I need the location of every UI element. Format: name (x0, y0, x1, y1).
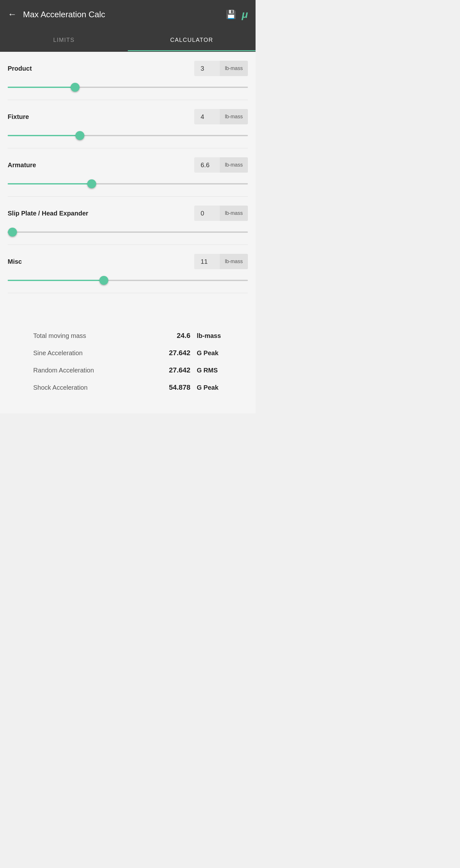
product-fill (8, 87, 75, 88)
armature-label: Armature (8, 161, 36, 169)
misc-section: Misc 11 lb-mass (8, 245, 248, 293)
product-label: Product (8, 65, 32, 72)
slip-plate-track (8, 231, 248, 233)
misc-fill (8, 280, 104, 281)
result-total-mass: Total moving mass 24.6 lb-mass (33, 332, 229, 340)
misc-unit: lb-mass (220, 254, 248, 269)
sine-unit: G Peak (197, 349, 229, 357)
sine-label: Sine Acceleration (33, 349, 159, 357)
back-button[interactable]: ← (8, 9, 17, 20)
armature-slider[interactable] (8, 179, 248, 189)
fixture-row: Fixture 4 lb-mass (8, 109, 248, 124)
result-sine: Sine Acceleration 27.642 G Peak (33, 349, 229, 357)
fixture-track (8, 135, 248, 136)
armature-row: Armature 6.6 lb-mass (8, 157, 248, 173)
armature-fill (8, 183, 92, 184)
fixture-slider[interactable] (8, 131, 248, 141)
armature-value[interactable]: 6.6 (194, 161, 220, 169)
armature-track (8, 183, 248, 184)
fixture-thumb[interactable] (75, 131, 84, 140)
header-right: 💾 μ (226, 9, 248, 21)
save-icon[interactable]: 💾 (226, 9, 236, 20)
slip-plate-unit: lb-mass (220, 206, 248, 221)
tab-bar: LIMITS CALCULATOR (0, 29, 256, 52)
total-mass-label: Total moving mass (33, 332, 159, 340)
misc-track (8, 280, 248, 281)
shock-value: 54.878 (159, 383, 190, 392)
tab-calculator[interactable]: CALCULATOR (128, 29, 256, 51)
slip-plate-label: Slip Plate / Head Expander (8, 210, 88, 217)
sine-value: 27.642 (159, 349, 190, 357)
main-content: Product 3 lb-mass Fixture 4 lb-mass (0, 52, 256, 413)
shock-label: Shock Acceleration (33, 384, 159, 391)
header-left: ← Max Acceleration Calc (8, 9, 105, 20)
armature-thumb[interactable] (87, 179, 96, 188)
fixture-value-box: 4 lb-mass (194, 109, 248, 124)
fixture-unit: lb-mass (220, 109, 248, 124)
misc-slider[interactable] (8, 276, 248, 285)
product-unit: lb-mass (220, 61, 248, 76)
shock-unit: G Peak (197, 384, 229, 391)
slip-plate-value-box: 0 lb-mass (194, 206, 248, 221)
result-random: Random Acceleration 27.642 G RMS (33, 366, 229, 374)
product-value-box: 3 lb-mass (194, 61, 248, 76)
fixture-section: Fixture 4 lb-mass (8, 100, 248, 148)
total-mass-value: 24.6 (159, 332, 190, 340)
random-value: 27.642 (159, 366, 190, 374)
tab-limits[interactable]: LIMITS (0, 29, 128, 51)
mu-icon[interactable]: μ (242, 9, 248, 21)
fixture-fill (8, 135, 80, 136)
product-slider[interactable] (8, 83, 248, 92)
product-thumb[interactable] (71, 83, 79, 92)
fixture-label: Fixture (8, 113, 29, 121)
misc-value-box: 11 lb-mass (194, 254, 248, 269)
fixture-value[interactable]: 4 (194, 113, 220, 121)
slip-plate-value[interactable]: 0 (194, 210, 220, 217)
armature-unit: lb-mass (220, 157, 248, 173)
slip-plate-section: Slip Plate / Head Expander 0 lb-mass (8, 197, 248, 245)
app-header: ← Max Acceleration Calc 💾 μ (0, 0, 256, 29)
slip-plate-thumb[interactable] (8, 228, 17, 237)
product-row: Product 3 lb-mass (8, 61, 248, 76)
product-section: Product 3 lb-mass (8, 52, 248, 100)
product-track (8, 87, 248, 88)
misc-thumb[interactable] (99, 276, 108, 285)
misc-value[interactable]: 11 (194, 258, 220, 266)
results-section: Total moving mass 24.6 lb-mass Sine Acce… (8, 312, 248, 413)
armature-section: Armature 6.6 lb-mass (8, 148, 248, 197)
result-shock: Shock Acceleration 54.878 G Peak (33, 383, 229, 392)
slip-plate-slider[interactable] (8, 227, 248, 237)
misc-row: Misc 11 lb-mass (8, 254, 248, 269)
page-title: Max Acceleration Calc (23, 9, 105, 20)
random-label: Random Acceleration (33, 367, 159, 374)
total-mass-unit: lb-mass (197, 332, 229, 340)
slip-plate-row: Slip Plate / Head Expander 0 lb-mass (8, 206, 248, 221)
product-value[interactable]: 3 (194, 65, 220, 72)
misc-label: Misc (8, 258, 22, 266)
random-unit: G RMS (197, 367, 229, 374)
armature-value-box: 6.6 lb-mass (194, 157, 248, 173)
